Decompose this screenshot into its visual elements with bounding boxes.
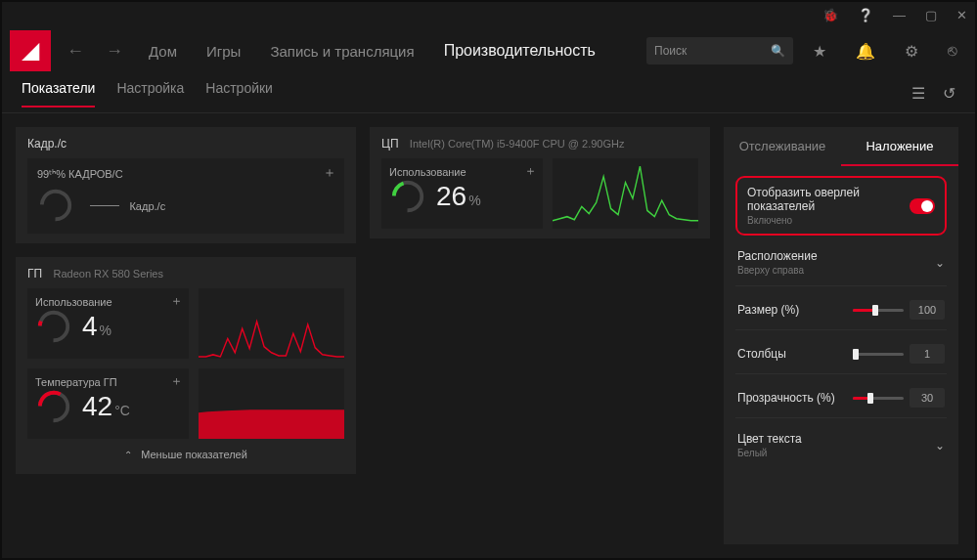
- tab-overlay[interactable]: Наложение: [841, 127, 958, 166]
- search-icon: 🔍: [771, 44, 785, 58]
- bug-icon[interactable]: 🐞: [822, 8, 838, 22]
- help-icon[interactable]: ❔: [858, 8, 873, 22]
- overlay-toggle-status: Включено: [747, 215, 910, 226]
- setting-size: Размер (%) 100: [735, 290, 947, 330]
- plus-icon[interactable]: ＋: [524, 162, 537, 180]
- nav-back-icon[interactable]: ←: [61, 41, 90, 62]
- tile-gpu-temp-chart[interactable]: [199, 368, 344, 439]
- nav-forward-icon[interactable]: →: [100, 41, 129, 62]
- subnav: Показатели Настройка Настройки ☰ ↺: [2, 74, 975, 113]
- svg-point-0: [37, 187, 74, 224]
- setting-position[interactable]: Расположение Вверху справа ⌄: [735, 239, 947, 286]
- panel-overlay-settings: Отслеживание Наложение Отобразить оверле…: [724, 127, 958, 544]
- gpu-temp-gauge-icon: [35, 388, 72, 425]
- subtab-metrics[interactable]: Показатели: [22, 80, 95, 108]
- panel-cpu: ЦП Intel(R) Core(TM) i5-9400F CPU @ 2.90…: [370, 127, 710, 238]
- size-value[interactable]: 100: [910, 300, 945, 320]
- exit-icon[interactable]: ⎋: [938, 42, 967, 60]
- cpu-usage-value: 26: [436, 181, 466, 211]
- gpu-temp-value: 42: [82, 391, 112, 421]
- titlebar: 🐞 ❔ — ▢ ✕: [2, 2, 975, 27]
- amd-logo-icon: ◢: [10, 30, 51, 71]
- overlay-toggle[interactable]: [910, 198, 935, 214]
- svg-point-1: [35, 308, 72, 345]
- gpu-usage-gauge-icon: [35, 308, 72, 345]
- header: ◢ ← → Дом Игры Запись и трансляция Произ…: [2, 27, 975, 74]
- collapse-metrics-button[interactable]: ⌃ Меньше показателей: [27, 439, 344, 464]
- fps-gauge-icon: [37, 187, 74, 224]
- overlay-toggle-label: Отобразить оверлей показателей: [747, 186, 910, 213]
- transparency-value[interactable]: 30: [910, 388, 945, 408]
- nav-record[interactable]: Запись и трансляция: [260, 43, 423, 60]
- search-placeholder: Поиск: [654, 44, 771, 58]
- gpu-usage-sparkline: [199, 288, 344, 359]
- gpu-usage-label: Использование: [35, 296, 181, 308]
- favorite-icon[interactable]: ★: [803, 42, 836, 61]
- tile-fps[interactable]: ＋ 99ᵗʰ% КАДРОВ/С Кадр./с: [27, 158, 344, 234]
- cpu-usage-gauge-icon: [389, 178, 426, 215]
- plus-icon[interactable]: ＋: [323, 164, 336, 182]
- svg-marker-5: [199, 409, 344, 439]
- gpu-name: Radeon RX 580 Series: [53, 268, 163, 280]
- tile-cpu-usage-chart[interactable]: [553, 158, 698, 229]
- subtab-tuning[interactable]: Настройка: [116, 80, 184, 108]
- panel-gpu: ГП Radeon RX 580 Series ＋ Использование …: [16, 257, 356, 474]
- chevron-down-icon: ⌄: [935, 439, 945, 452]
- gpu-usage-value: 4: [82, 311, 98, 341]
- reset-icon[interactable]: ↺: [943, 84, 955, 103]
- transparency-slider[interactable]: [853, 397, 904, 400]
- fps-value-blank: [90, 205, 119, 206]
- tile-gpu-usage[interactable]: ＋ Использование 4%: [27, 288, 189, 359]
- search-input[interactable]: Поиск 🔍: [646, 37, 793, 65]
- gear-icon[interactable]: ⚙: [895, 42, 928, 61]
- gpu-temp-sparkline: [199, 368, 344, 439]
- tile-gpu-temp[interactable]: ＋ Температура ГП 42°C: [27, 368, 189, 439]
- chevron-up-icon: ⌃: [124, 450, 132, 460]
- close-icon[interactable]: ✕: [956, 8, 967, 22]
- panel-cpu-title: ЦП Intel(R) Core(TM) i5-9400F CPU @ 2.90…: [381, 137, 698, 151]
- overlay-toggle-row: Отобразить оверлей показателей Включено: [735, 176, 947, 236]
- panel-fps: Кадр./с ＋ 99ᵗʰ% КАДРОВ/С Кадр./с: [16, 127, 356, 243]
- cpu-usage-label: Использование: [389, 166, 535, 178]
- fps-unit: Кадр./с: [129, 200, 165, 212]
- fps-percentile-label: 99ᵗʰ% КАДРОВ/С: [37, 168, 334, 181]
- cpu-usage-sparkline: [553, 158, 698, 229]
- panel-gpu-title: ГП Radeon RX 580 Series: [27, 267, 344, 280]
- list-view-icon[interactable]: ☰: [911, 84, 925, 103]
- chevron-down-icon: ⌄: [935, 256, 945, 270]
- panel-fps-title: Кадр./с: [27, 137, 344, 151]
- columns-slider[interactable]: [853, 353, 904, 356]
- nav-performance[interactable]: Производительность: [434, 42, 605, 60]
- tile-gpu-usage-chart[interactable]: [199, 288, 344, 359]
- plus-icon[interactable]: ＋: [170, 372, 183, 390]
- bell-icon[interactable]: 🔔: [846, 42, 885, 61]
- nav-games[interactable]: Игры: [197, 43, 250, 60]
- tab-tracking[interactable]: Отслеживание: [724, 127, 841, 166]
- setting-textcolor[interactable]: Цвет текста Белый ⌄: [735, 422, 947, 468]
- tile-cpu-usage[interactable]: ＋ Использование 26%: [381, 158, 543, 229]
- size-slider[interactable]: [853, 309, 904, 312]
- subtab-settings[interactable]: Настройки: [205, 80, 273, 108]
- setting-columns: Столбцы 1: [735, 334, 947, 374]
- columns-value[interactable]: 1: [910, 344, 945, 364]
- plus-icon[interactable]: ＋: [170, 292, 183, 310]
- setting-transparency: Прозрачность (%) 30: [735, 378, 947, 418]
- minimize-icon[interactable]: —: [893, 8, 906, 22]
- maximize-icon[interactable]: ▢: [925, 8, 937, 22]
- gpu-temp-label: Температура ГП: [35, 376, 181, 388]
- svg-point-6: [389, 178, 426, 215]
- nav-home[interactable]: Дом: [139, 43, 187, 60]
- cpu-name: Intel(R) Core(TM) i5-9400F CPU @ 2.90GHz: [410, 138, 625, 150]
